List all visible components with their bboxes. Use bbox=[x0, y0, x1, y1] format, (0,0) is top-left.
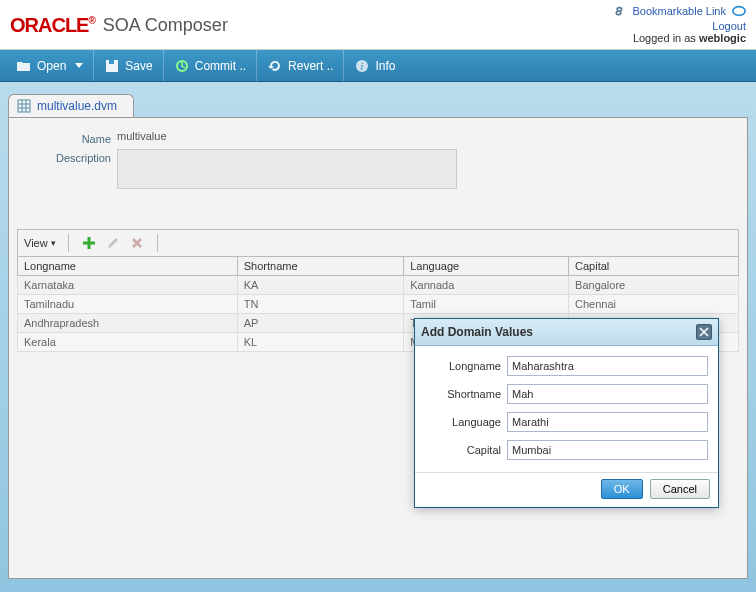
app-title: SOA Composer bbox=[103, 15, 228, 36]
longname-label: Longname bbox=[425, 360, 507, 372]
logged-user: weblogic bbox=[699, 32, 746, 44]
delete-row-button[interactable] bbox=[129, 235, 145, 251]
name-value: multivalue bbox=[117, 130, 167, 142]
tab-label: multivalue.dvm bbox=[37, 99, 117, 113]
tab-bar: multivalue.dvm bbox=[0, 82, 756, 117]
edit-row-button[interactable] bbox=[105, 235, 121, 251]
dialog-titlebar[interactable]: Add Domain Values bbox=[415, 319, 718, 346]
dialog-footer: OK Cancel bbox=[415, 472, 718, 507]
description-label: Description bbox=[47, 149, 117, 164]
oracle-logo: ORACLE® bbox=[10, 14, 95, 37]
view-menu-button[interactable]: View ▾ bbox=[24, 237, 56, 249]
separator bbox=[68, 234, 69, 252]
cancel-button[interactable]: Cancel bbox=[650, 479, 710, 499]
commit-label: Commit .. bbox=[195, 59, 246, 73]
disk-save-icon bbox=[104, 58, 120, 74]
shortname-input[interactable] bbox=[507, 384, 708, 404]
language-input[interactable] bbox=[507, 412, 708, 432]
save-button[interactable]: Save bbox=[94, 50, 163, 81]
open-label: Open bbox=[37, 59, 66, 73]
brand-tm: ® bbox=[88, 15, 94, 26]
link-icon bbox=[612, 4, 626, 18]
content-panel: Name multivalue Description View ▾ bbox=[8, 117, 748, 579]
open-button[interactable]: Open bbox=[6, 50, 94, 81]
shortname-label: Shortname bbox=[425, 388, 507, 400]
revert-button[interactable]: Revert .. bbox=[257, 50, 344, 81]
commit-icon bbox=[174, 58, 190, 74]
svg-text:i: i bbox=[361, 61, 364, 72]
dialog-title: Add Domain Values bbox=[421, 325, 533, 339]
svg-point-0 bbox=[733, 7, 745, 16]
folder-open-icon bbox=[16, 58, 32, 74]
bookmarkable-link[interactable]: Bookmarkable Link bbox=[632, 5, 726, 17]
commit-button[interactable]: Commit .. bbox=[164, 50, 257, 81]
revert-label: Revert .. bbox=[288, 59, 333, 73]
description-field[interactable] bbox=[117, 149, 457, 189]
brand-main: ORACLE bbox=[10, 14, 88, 36]
longname-input[interactable] bbox=[507, 356, 708, 376]
chevron-down-icon bbox=[75, 63, 83, 68]
table-row[interactable]: Karnataka KA Kannada Bangalore bbox=[18, 276, 739, 295]
add-row-button[interactable] bbox=[81, 235, 97, 251]
info-icon: i bbox=[354, 58, 370, 74]
info-label: Info bbox=[375, 59, 395, 73]
tab-multivalue[interactable]: multivalue.dvm bbox=[8, 94, 134, 117]
svg-rect-2 bbox=[109, 60, 114, 64]
revert-icon bbox=[267, 58, 283, 74]
info-button[interactable]: i Info bbox=[344, 50, 405, 81]
col-longname[interactable]: Longname bbox=[18, 257, 238, 276]
ok-button[interactable]: OK bbox=[601, 479, 643, 499]
status-orb-icon bbox=[732, 4, 746, 18]
col-capital[interactable]: Capital bbox=[569, 257, 739, 276]
view-label: View bbox=[24, 237, 48, 249]
name-label: Name bbox=[47, 130, 117, 145]
table-toolbar: View ▾ bbox=[17, 229, 739, 256]
table-header: Longname Shortname Language Capital bbox=[18, 257, 739, 276]
app-header: ORACLE® SOA Composer Bookmarkable Link L… bbox=[0, 0, 756, 50]
separator bbox=[157, 234, 158, 252]
add-domain-values-dialog: Add Domain Values Longname Shortname Lan… bbox=[414, 318, 719, 508]
brand: ORACLE® SOA Composer bbox=[10, 4, 228, 47]
col-shortname[interactable]: Shortname bbox=[237, 257, 403, 276]
close-icon[interactable] bbox=[696, 324, 712, 340]
main-toolbar: Open Save Commit .. Revert .. i Info bbox=[0, 50, 756, 82]
logged-in-prefix: Logged in as bbox=[633, 32, 699, 44]
workspace: multivalue.dvm Name multivalue Descripti… bbox=[0, 82, 756, 592]
login-status: Logout Logged in as weblogic bbox=[612, 20, 746, 44]
dialog-body: Longname Shortname Language Capital bbox=[415, 346, 718, 472]
col-language[interactable]: Language bbox=[404, 257, 569, 276]
capital-label: Capital bbox=[425, 444, 507, 456]
grid-icon bbox=[17, 99, 31, 113]
header-right: Bookmarkable Link Logout Logged in as we… bbox=[612, 4, 746, 47]
save-label: Save bbox=[125, 59, 152, 73]
capital-input[interactable] bbox=[507, 440, 708, 460]
language-label: Language bbox=[425, 416, 507, 428]
svg-rect-6 bbox=[18, 100, 30, 112]
table-row[interactable]: Tamilnadu TN Tamil Chennai bbox=[18, 295, 739, 314]
logout-link[interactable]: Logout bbox=[712, 20, 746, 32]
